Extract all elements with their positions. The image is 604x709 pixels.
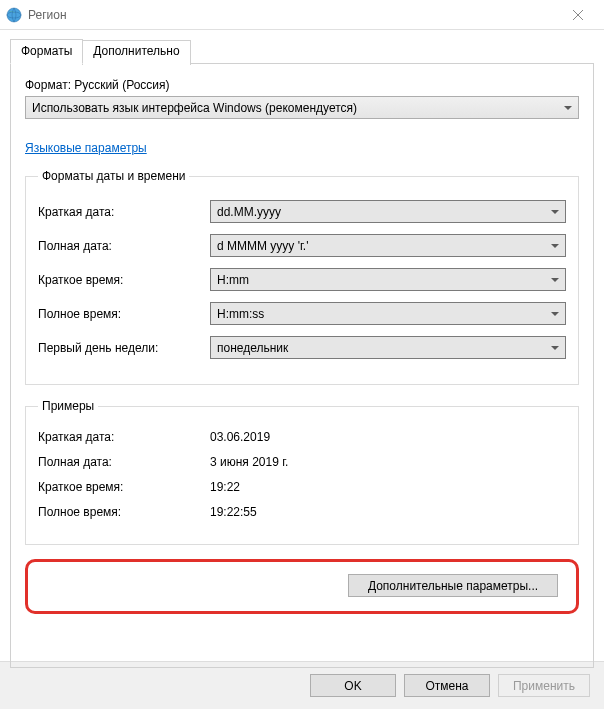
short-time-label: Краткое время:	[38, 273, 210, 287]
long-time-label: Полное время:	[38, 307, 210, 321]
examples-group: Примеры Краткая дата: 03.06.2019 Полная …	[25, 399, 579, 545]
datetime-formats-legend: Форматы даты и времени	[38, 169, 189, 183]
long-date-label: Полная дата:	[38, 239, 210, 253]
close-button[interactable]	[558, 1, 598, 29]
tab-formats[interactable]: Форматы	[10, 39, 83, 64]
first-day-label: Первый день недели:	[38, 341, 210, 355]
format-label: Формат: Русский (Россия)	[25, 78, 579, 92]
format-language-value: Использовать язык интерфейса Windows (ре…	[32, 101, 558, 115]
chevron-down-icon	[551, 210, 559, 214]
chevron-down-icon	[551, 244, 559, 248]
additional-settings-button[interactable]: Дополнительные параметры...	[348, 574, 558, 597]
datetime-formats-group: Форматы даты и времени Краткая дата: dd.…	[25, 169, 579, 385]
dialog-button-bar: OK Отмена Применить	[0, 661, 604, 709]
language-settings-link[interactable]: Языковые параметры	[25, 141, 147, 155]
short-date-label: Краткая дата:	[38, 205, 210, 219]
ok-button[interactable]: OK	[310, 674, 396, 697]
format-language-dropdown[interactable]: Использовать язык интерфейса Windows (ре…	[25, 96, 579, 119]
ex-short-time-label: Краткое время:	[38, 480, 210, 494]
ex-short-date-value: 03.06.2019	[210, 430, 566, 444]
ex-long-date-value: 3 июня 2019 г.	[210, 455, 566, 469]
chevron-down-icon	[551, 346, 559, 350]
globe-icon	[6, 7, 22, 23]
ex-long-time-value: 19:22:55	[210, 505, 566, 519]
first-day-combo[interactable]: понедельник	[210, 336, 566, 359]
chevron-down-icon	[551, 312, 559, 316]
window-title: Регион	[28, 8, 558, 22]
tab-content: Формат: Русский (Россия) Использовать яз…	[10, 63, 594, 668]
ex-long-time-label: Полное время:	[38, 505, 210, 519]
ex-long-date-label: Полная дата:	[38, 455, 210, 469]
highlight-annotation: Дополнительные параметры...	[25, 559, 579, 614]
cancel-button[interactable]: Отмена	[404, 674, 490, 697]
long-date-combo[interactable]: d MMMM yyyy 'г.'	[210, 234, 566, 257]
long-time-combo[interactable]: H:mm:ss	[210, 302, 566, 325]
short-time-combo[interactable]: H:mm	[210, 268, 566, 291]
chevron-down-icon	[564, 106, 572, 110]
ex-short-time-value: 19:22	[210, 480, 566, 494]
svg-point-0	[7, 8, 21, 22]
close-icon	[573, 10, 583, 20]
tab-advanced[interactable]: Дополнительно	[82, 40, 190, 65]
short-date-combo[interactable]: dd.MM.yyyy	[210, 200, 566, 223]
ex-short-date-label: Краткая дата:	[38, 430, 210, 444]
tab-strip: Форматы Дополнительно	[10, 38, 594, 63]
apply-button: Применить	[498, 674, 590, 697]
chevron-down-icon	[551, 278, 559, 282]
titlebar: Регион	[0, 0, 604, 30]
examples-legend: Примеры	[38, 399, 98, 413]
